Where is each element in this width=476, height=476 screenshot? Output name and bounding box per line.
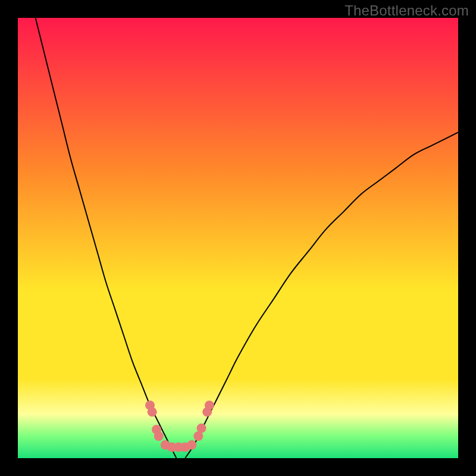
plot-area <box>18 18 458 458</box>
watermark-text: TheBottleneck.com <box>345 2 469 19</box>
gradient-background <box>18 18 458 458</box>
marker-point <box>205 400 214 410</box>
marker-point <box>187 440 196 450</box>
frame: TheBottleneck.com <box>0 0 476 476</box>
marker-point <box>197 424 206 433</box>
chart-svg <box>18 18 458 458</box>
marker-point <box>154 431 164 441</box>
marker-point <box>148 407 157 416</box>
